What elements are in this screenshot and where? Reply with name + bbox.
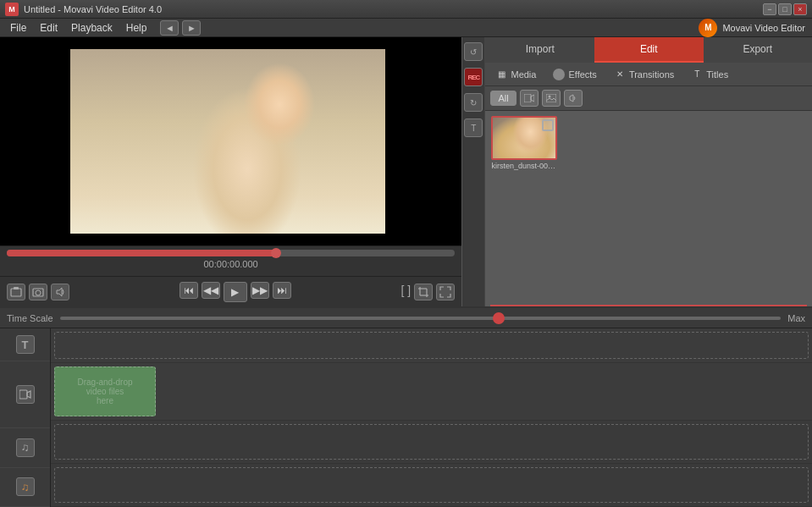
subtab-media-label: Media	[511, 69, 536, 80]
undo-button[interactable]: ◄	[160, 20, 179, 36]
track-title-icon[interactable]: T	[16, 335, 35, 354]
svg-marker-10	[531, 95, 534, 102]
svg-rect-13	[19, 390, 27, 399]
menu-edit[interactable]: Edit	[33, 20, 64, 36]
media-icon: ▦	[495, 69, 507, 80]
tab-import[interactable]: Import	[485, 37, 594, 63]
svg-rect-0	[11, 289, 21, 296]
timeline-area: Time Scale Max T ♫ ♫	[0, 306, 812, 507]
crop-button[interactable]	[414, 284, 433, 300]
top-tabs: Import Edit Export	[485, 37, 812, 63]
window-controls: − □ ×	[763, 3, 807, 15]
snapshot-button[interactable]	[29, 284, 47, 300]
tab-edit[interactable]: Edit	[594, 37, 704, 63]
maximize-button[interactable]: □	[778, 3, 792, 15]
progress-area: 00:00:00.000	[0, 245, 461, 276]
close-button[interactable]: ×	[793, 3, 807, 15]
menu-playback[interactable]: Playback	[64, 20, 119, 36]
track-video-icon[interactable]	[16, 385, 35, 404]
timeline-tracks: T ♫ ♫ Drag-and-drop video files her	[0, 328, 812, 507]
rotate-left-button[interactable]: ↺	[464, 42, 483, 61]
pb-center-controls: ⏮ ◀◀ ▶ ▶▶ ⏭	[180, 282, 291, 302]
filter-bar: All	[485, 86, 812, 111]
pb-right-controls: [ ]	[400, 284, 455, 300]
fullscreen-button[interactable]	[436, 284, 455, 300]
title-track	[51, 328, 812, 363]
track-audio2-icon[interactable]: ♫	[16, 477, 35, 496]
time-display: 00:00:00.000	[7, 259, 455, 269]
media-grid: kirsten_dunst-001-thu...	[485, 111, 812, 305]
drop-zone-text: Drag-and-drop video files here	[77, 377, 132, 405]
svg-rect-1	[14, 287, 19, 289]
progress-fill	[7, 250, 276, 256]
subtab-media[interactable]: ▦ Media	[489, 66, 543, 83]
rotate-right-button[interactable]: ↻	[464, 93, 483, 112]
menu-bar: File Edit Playback Help ◄ ► M Movavi Vid…	[0, 19, 812, 37]
filter-video-button[interactable]	[520, 90, 539, 107]
tab-export[interactable]: Export	[704, 37, 813, 63]
media-panel-underline	[490, 305, 807, 306]
track-label-audio1: ♫	[0, 428, 50, 468]
sub-tabs: ▦ Media Effects ✕ Transitions T Titles	[485, 63, 812, 86]
volume-button[interactable]	[51, 284, 69, 300]
right-panel: Import Edit Export ▦ Media Effects ✕ Tra…	[484, 37, 812, 306]
screenshot-button[interactable]	[7, 284, 25, 300]
subtab-effects[interactable]: Effects	[546, 66, 603, 83]
pb-left-controls	[7, 284, 69, 300]
svg-rect-9	[524, 94, 531, 102]
filter-audio-button[interactable]	[564, 90, 583, 107]
filter-all-button[interactable]: All	[490, 91, 516, 106]
media-item-1[interactable]: kirsten_dunst-001-thu...	[490, 116, 558, 300]
media-thumbnail-1	[491, 116, 557, 160]
step-forward-button[interactable]: ▶▶	[251, 282, 269, 299]
track-label-video	[0, 361, 50, 428]
text-overlay-button[interactable]: T	[464, 118, 483, 137]
title-bar: M Untitled - Movavi Video Editor 4.0 − □…	[0, 0, 812, 19]
rec-button[interactable]: REC	[464, 68, 483, 86]
video-image	[70, 49, 392, 234]
video-clip-drop-zone[interactable]: Drag-and-drop video files here	[54, 366, 156, 416]
track-audio1-icon[interactable]: ♫	[16, 438, 35, 457]
svg-rect-11	[546, 94, 556, 102]
minimize-button[interactable]: −	[763, 3, 776, 15]
subtab-titles[interactable]: T Titles	[684, 66, 735, 83]
audio1-track	[51, 421, 812, 464]
audio1-track-empty	[54, 424, 809, 460]
timescale-bar: Time Scale Max	[0, 308, 812, 328]
step-back-button[interactable]: ◀◀	[202, 282, 220, 299]
timescale-slider[interactable]	[60, 317, 782, 320]
titles-icon: T	[691, 69, 703, 80]
audio2-track	[51, 464, 812, 507]
track-label-title: T	[0, 328, 50, 361]
redo-button[interactable]: ►	[182, 20, 201, 36]
svg-marker-4	[57, 288, 62, 296]
filter-image-button[interactable]	[542, 90, 561, 107]
track-labels: T ♫ ♫	[0, 328, 51, 507]
effects-icon	[553, 69, 565, 80]
progress-thumb[interactable]	[271, 248, 281, 258]
timescale-thumb[interactable]	[493, 312, 505, 324]
track-content: Drag-and-drop video files here	[51, 328, 812, 507]
title-track-empty	[54, 332, 809, 359]
svg-point-12	[548, 96, 550, 98]
video-canvas	[0, 37, 461, 245]
mark-in-button[interactable]: [	[400, 284, 404, 300]
subtab-transitions[interactable]: ✕ Transitions	[607, 66, 681, 83]
track-label-audio2: ♫	[0, 468, 50, 508]
skip-back-button[interactable]: ⏮	[180, 282, 198, 299]
black-bar-right	[385, 37, 461, 245]
svg-marker-14	[27, 391, 30, 398]
app-logo-area: M Movavi Video Editor	[699, 19, 805, 37]
menu-help[interactable]: Help	[119, 20, 154, 36]
video-preview-panel: 00:00:00.000 ⏮ ◀◀ ▶ ▶▶ ⏭	[0, 37, 461, 306]
timescale-max: Max	[787, 313, 805, 323]
skip-forward-button[interactable]: ⏭	[273, 282, 291, 299]
progress-track[interactable]	[7, 250, 455, 256]
svg-point-3	[36, 290, 41, 295]
media-item-label-1: kirsten_dunst-001-thu...	[491, 162, 557, 170]
play-button[interactable]: ▶	[224, 282, 247, 302]
menu-file[interactable]: File	[3, 20, 33, 36]
movavi-logo: M	[699, 19, 717, 37]
main-area: 00:00:00.000 ⏮ ◀◀ ▶ ▶▶ ⏭	[0, 37, 812, 306]
mark-out-button[interactable]: ]	[407, 284, 411, 300]
